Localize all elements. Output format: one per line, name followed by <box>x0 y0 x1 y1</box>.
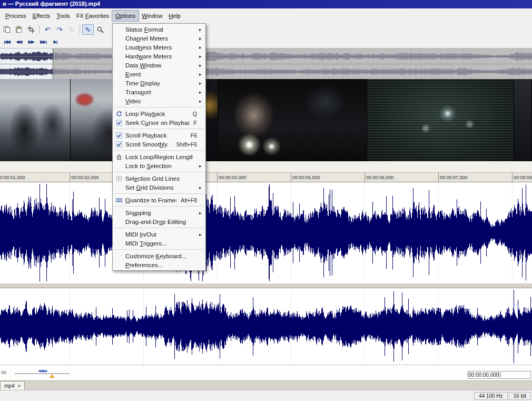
ruler-label: 00:00:08,000 <box>514 175 532 180</box>
channel-divider[interactable] <box>0 283 532 288</box>
ruler-label: 00:00:01,000 <box>0 175 25 180</box>
menu-item-label: Customize Keyboard... <box>125 253 193 259</box>
video-frame-face <box>218 79 367 161</box>
menu-item-event[interactable]: Event▸ <box>113 70 205 79</box>
waveform-channel-2[interactable] <box>0 288 532 365</box>
edit-tool-button[interactable]: ✎ <box>82 24 94 35</box>
marker-bar[interactable] <box>0 161 532 173</box>
menubar-item-options[interactable]: Options <box>112 11 139 21</box>
ruler-tick <box>512 173 513 182</box>
menu-item-selection-grid-lines[interactable]: Selection Grid Lines <box>113 174 205 183</box>
menu-item-drag-and-drop-editing[interactable]: Drag-and-Drop Editing <box>113 217 205 226</box>
menu-item-label: Set Grid Divisions <box>125 184 193 191</box>
status-sample-rate[interactable]: 44 100 Hz <box>474 392 508 400</box>
scrub-handle-icon[interactable] <box>38 369 47 373</box>
menu-item-set-grid-divisions[interactable]: Set Grid Divisions▸ <box>113 183 205 192</box>
menubar-item-effects[interactable]: Effects <box>29 11 53 21</box>
menu-separator <box>114 206 204 207</box>
menu-item-seek-cursor-on-playback[interactable]: Seek Cursor on PlaybackF <box>113 118 205 127</box>
menu-item-channel-meters[interactable]: Channel Meters▸ <box>113 34 205 43</box>
menu-item-label: Status Format <box>125 26 193 33</box>
magnify-button[interactable] <box>94 24 106 35</box>
ruler-tick <box>217 173 218 182</box>
fast-forward-button[interactable]: ▶▶ <box>25 37 37 47</box>
copy-button[interactable] <box>1 24 13 35</box>
menu-item-preferences[interactable]: Preferences... <box>113 260 205 269</box>
status-bit-depth[interactable]: 16 bit <box>509 392 531 400</box>
rewind-button[interactable]: ◀◀ <box>13 37 25 47</box>
menu-item-loop-playback[interactable]: Loop PlaybackQ <box>113 109 205 118</box>
submenu-arrow-icon: ▸ <box>199 36 205 41</box>
overview-waveform-canvas[interactable] <box>0 48 532 79</box>
menu-item-label: Selection Grid Lines <box>125 175 193 182</box>
menu-item-time-display[interactable]: Time Display▸ <box>113 79 205 87</box>
menu-item-label: Hardware Meters <box>125 53 193 60</box>
submenu-arrow-icon: ▸ <box>199 99 205 104</box>
ruler-tick <box>438 173 439 182</box>
toolbar-main: ↶↷↻✎ <box>0 23 532 36</box>
menu-item-snapping[interactable]: Snapping▸ <box>113 208 205 217</box>
app-window: и — Русский фрагмент (2018).mp4 ProcessE… <box>0 0 532 401</box>
menubar-item-window[interactable]: Window <box>139 11 165 21</box>
tab-mp4[interactable]: mp4 × <box>0 381 25 390</box>
position-marker-icon[interactable] <box>50 374 55 378</box>
menu-item-midi-in-out[interactable]: MIDI In/Out▸ <box>113 230 205 239</box>
menu-item-midi-triggers[interactable]: MIDI Triggers... <box>113 239 205 248</box>
video-frame-dark <box>514 79 531 161</box>
submenu-arrow-icon: ▸ <box>199 45 205 50</box>
menu-item-quantize-to-frames[interactable]: Quantize to FramesAlt+F8 <box>113 195 205 204</box>
waveform-canvas-1[interactable] <box>0 182 532 283</box>
redo-button[interactable]: ↷ <box>54 24 65 35</box>
menu-item-scroll-playback[interactable]: Scroll PlaybackF6 <box>113 131 205 140</box>
overview-waveform-bar[interactable] <box>0 48 532 79</box>
waveform-channel-1[interactable] <box>0 182 532 283</box>
menu-separator <box>114 172 204 172</box>
ruler-label: 00:00:06,000 <box>366 175 394 180</box>
menubar-item-fx-favorites[interactable]: FX Favorites <box>73 11 112 21</box>
menu-separator <box>114 228 204 228</box>
go-to-end-button[interactable]: ▶▶| <box>37 37 49 47</box>
submenu-arrow-icon: ▸ <box>199 54 205 59</box>
ruler-tick <box>291 173 291 182</box>
menu-item-shortcut: Q <box>193 111 199 117</box>
time-ruler[interactable]: 00:00:01,00000:00:02,00000:00:03,00000:0… <box>0 173 532 182</box>
menu-item-label: Transport <box>125 89 193 95</box>
toolbar-transport: |◀◀◀◀▶▶▶▶|▶| <box>0 36 532 48</box>
menu-item-label: Video <box>125 98 193 104</box>
submenu-arrow-icon: ▸ <box>199 210 205 216</box>
menubar-item-tools[interactable]: Tools <box>53 11 73 21</box>
go-to-start-button[interactable]: |◀◀ <box>1 37 13 47</box>
menu-item-label: Quantize to Frames <box>125 197 176 203</box>
play-to-end-button[interactable]: ▶| <box>50 37 61 47</box>
waveform-canvas-2[interactable] <box>0 288 532 365</box>
ruler-label: 00:00:05,000 <box>292 175 320 180</box>
menu-item-scroll-smoothly[interactable]: Scroll SmoothlyShift+F6 <box>113 140 205 149</box>
menu-item-transport[interactable]: Transport▸ <box>113 87 205 96</box>
menu-item-status-format[interactable]: Status Format▸ <box>113 25 205 34</box>
menu-item-lock-to-selection[interactable]: Lock to Selection▸ <box>113 161 205 170</box>
menubar-item-process[interactable]: Process <box>2 11 29 21</box>
menu-item-lock-loop-region-length[interactable]: Lock Loop/Region Length <box>113 152 205 161</box>
menu-item-hardware-meters[interactable]: Hardware Meters▸ <box>113 52 205 61</box>
video-frame-street <box>0 79 70 161</box>
menu-item-video[interactable]: Video▸ <box>113 96 205 105</box>
menubar-item-help[interactable]: Help <box>165 11 184 21</box>
toolbar-separator <box>39 25 40 34</box>
scrub-track[interactable] <box>15 373 70 374</box>
selection-length-display[interactable] <box>500 371 531 379</box>
tab-close-icon[interactable]: × <box>17 383 21 389</box>
menu-item-loudness-meters[interactable]: Loudness Meters▸ <box>113 43 205 52</box>
trim-button[interactable] <box>25 24 37 35</box>
menu-item-data-window[interactable]: Data Window▸ <box>113 61 205 70</box>
menu-item-customize-keyboard[interactable]: Customize Keyboard... <box>113 251 205 260</box>
menu-item-label: Loop Playback <box>125 111 189 117</box>
submenu-arrow-icon: ▸ <box>199 81 205 86</box>
cursor-position-display[interactable]: 00:00:00,000 <box>468 371 499 379</box>
menu-item-label: Seek Cursor on Playback <box>125 120 190 126</box>
menu-item-shortcut: Shift+F6 <box>176 141 199 148</box>
video-strip[interactable]: 340 <box>0 79 532 161</box>
checkmark-icon <box>113 132 125 139</box>
repeat-button[interactable]: ↻ <box>66 24 77 35</box>
undo-button[interactable]: ↶ <box>42 24 53 35</box>
paste-button[interactable] <box>13 24 25 35</box>
